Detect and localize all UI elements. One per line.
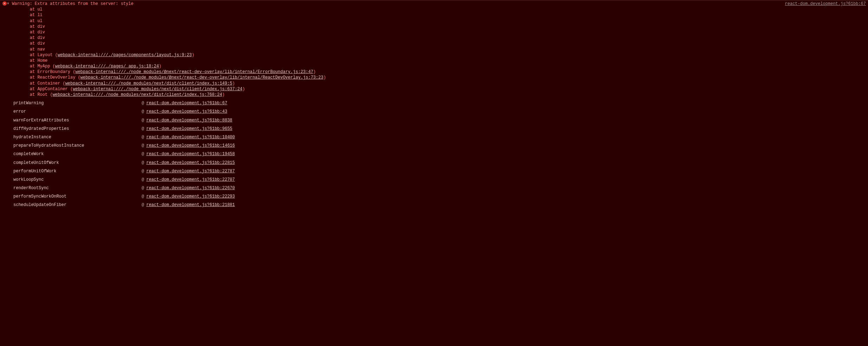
stack-prefix: at nav (20, 47, 45, 52)
component-stack: at ul at li at ul at div at div at div a… (0, 7, 868, 98)
message-header: ▼ Warning: Extra attributes from the ser… (0, 0, 868, 7)
call-source-link[interactable]: react-dom.development.js?61bb:22293 (146, 194, 235, 199)
stack-line: at ReactDevOverlay (webpack-internal:///… (20, 75, 868, 80)
stack-line: at ul (20, 18, 868, 24)
call-stack-row: printWarning@react-dom.development.js?61… (13, 99, 868, 107)
stack-line: at div (20, 29, 868, 35)
stack-prefix: at div (20, 24, 45, 29)
message-text: Warning: Extra attributes from the serve… (12, 1, 781, 7)
call-source-link[interactable]: react-dom.development.js?61bb:22787 (146, 168, 235, 174)
call-source-link[interactable]: react-dom.development.js?61bb:22707 (146, 177, 235, 182)
stack-line: at div (20, 24, 868, 29)
call-function-name: completeUnitOfWork (13, 160, 142, 166)
call-source-link[interactable]: react-dom.development.js?61bb:21881 (146, 202, 235, 208)
call-source-link[interactable]: react-dom.development.js?61bb:9655 (146, 126, 232, 132)
call-stack-row: hydrateInstance@react-dom.development.js… (13, 133, 868, 141)
stack-trace-link[interactable]: webpack-internal:///./node_modules/@next… (75, 69, 313, 74)
call-stack-row: prepareToHydrateHostInstance@react-dom.d… (13, 141, 868, 150)
call-at-symbol: @ (142, 185, 144, 191)
stack-suffix: ) (192, 53, 194, 58)
call-at-symbol: @ (142, 177, 144, 182)
call-stack-row: completeWork@react-dom.development.js?61… (13, 150, 868, 158)
call-function-name: warnForExtraAttributes (13, 118, 142, 123)
stack-prefix: at div (20, 35, 45, 40)
call-at-symbol: @ (142, 194, 144, 199)
call-at-symbol: @ (142, 202, 144, 208)
stack-line: at MyApp (webpack-internal:///./pages/_a… (20, 64, 868, 69)
call-at-symbol: @ (142, 151, 144, 157)
stack-line: at div (20, 41, 868, 46)
call-at-symbol: @ (142, 118, 144, 123)
call-at-symbol: @ (142, 109, 144, 114)
call-at-symbol: @ (142, 126, 144, 132)
call-source-link[interactable]: react-dom.development.js?61bb:43 (146, 109, 227, 114)
call-function-name: prepareToHydrateHostInstance (13, 143, 142, 148)
call-at-symbol: @ (142, 143, 144, 148)
stack-suffix: ) (232, 81, 235, 86)
call-function-name: completeWork (13, 151, 142, 157)
call-function-name: renderRootSync (13, 185, 142, 191)
call-function-name: printWarning (13, 100, 142, 106)
stack-prefix: at div (20, 41, 45, 46)
call-stack-row: diffHydratedProperties@react-dom.develop… (13, 125, 868, 133)
call-at-symbol: @ (142, 168, 144, 174)
call-stack-row: error@react-dom.development.js?61bb:43 (13, 107, 868, 116)
stack-prefix: at Root ( (20, 92, 53, 97)
call-function-name: performSyncWorkOnRoot (13, 194, 142, 199)
stack-line: at Layout (webpack-internal:///./pages/c… (20, 52, 868, 58)
stack-prefix: at AppContainer ( (20, 87, 73, 92)
call-source-link[interactable]: react-dom.development.js?61bb:14616 (146, 143, 235, 148)
stack-line: at Root (webpack-internal:///./node_modu… (20, 92, 868, 98)
call-function-name: hydrateInstance (13, 134, 142, 140)
call-source-link[interactable]: react-dom.development.js?61bb:67 (146, 100, 227, 106)
call-stack-row: warnForExtraAttributes@react-dom.develop… (13, 116, 868, 125)
stack-prefix: at Layout ( (20, 53, 58, 58)
stack-line: at li (20, 12, 868, 18)
stack-prefix: at ul (20, 7, 43, 12)
call-source-link[interactable]: react-dom.development.js?61bb:22815 (146, 160, 235, 166)
call-source-link[interactable]: react-dom.development.js?61bb:8838 (146, 118, 232, 123)
call-source-link[interactable]: react-dom.development.js?61bb:10400 (146, 134, 235, 140)
stack-trace-link[interactable]: webpack-internal:///./node_modules/next/… (73, 87, 242, 92)
stack-line: at div (20, 35, 868, 41)
stack-suffix: ) (159, 64, 161, 69)
call-stack-row: workLoopSync@react-dom.development.js?61… (13, 175, 868, 184)
stack-trace-link[interactable]: webpack-internal:///./node_modules/next/… (53, 92, 222, 97)
stack-prefix: at div (20, 30, 45, 35)
call-function-name: workLoopSync (13, 177, 142, 182)
call-stack-row: scheduleUpdateOnFiber@react-dom.developm… (13, 201, 868, 209)
error-icon (2, 1, 7, 6)
stack-line: at ul (20, 7, 868, 12)
call-stack-row: completeUnitOfWork@react-dom.development… (13, 159, 868, 167)
stack-trace-link[interactable]: webpack-internal:///./pages/components/l… (58, 53, 192, 58)
call-at-symbol: @ (142, 160, 144, 166)
stack-suffix: ) (313, 69, 316, 74)
stack-prefix: at ErrorBoundary ( (20, 69, 75, 74)
stack-trace-link[interactable]: webpack-internal:///./node_modules/@next… (80, 75, 323, 80)
call-at-symbol: @ (142, 100, 144, 106)
console-error-message: ▼ Warning: Extra attributes from the ser… (0, 0, 868, 209)
call-at-symbol: @ (142, 134, 144, 140)
call-stack-row: performSyncWorkOnRoot@react-dom.developm… (13, 192, 868, 201)
call-source-link[interactable]: react-dom.development.js?61bb:22670 (146, 185, 235, 191)
stack-prefix: at li (20, 13, 43, 18)
call-source-link[interactable]: react-dom.development.js?61bb:19458 (146, 151, 235, 157)
stack-line: at Home (20, 58, 868, 64)
source-link[interactable]: react-dom.development.js?61bb:67 (785, 1, 866, 7)
warning-body: Extra attributes from the server: style (32, 1, 134, 6)
stack-line: at nav (20, 47, 868, 52)
stack-suffix: ) (242, 87, 245, 92)
call-function-name: error (13, 109, 142, 114)
stack-line: at Container (webpack-internal:///./node… (20, 81, 868, 86)
call-stack-row: renderRootSync@react-dom.development.js?… (13, 184, 868, 192)
warning-label: Warning: (12, 1, 32, 6)
stack-line: at AppContainer (webpack-internal:///./n… (20, 86, 868, 92)
error-icon-slot (2, 1, 7, 6)
stack-trace-link[interactable]: webpack-internal:///./node_modules/next/… (65, 81, 232, 86)
stack-prefix: at ReactDevOverlay ( (20, 75, 80, 80)
call-function-name: diffHydratedProperties (13, 126, 142, 132)
disclosure-triangle-icon[interactable]: ▼ (7, 1, 12, 6)
call-function-name: scheduleUpdateOnFiber (13, 202, 142, 208)
stack-suffix: ) (323, 75, 326, 80)
stack-trace-link[interactable]: webpack-internal:///./pages/_app.js:18:2… (55, 64, 159, 69)
